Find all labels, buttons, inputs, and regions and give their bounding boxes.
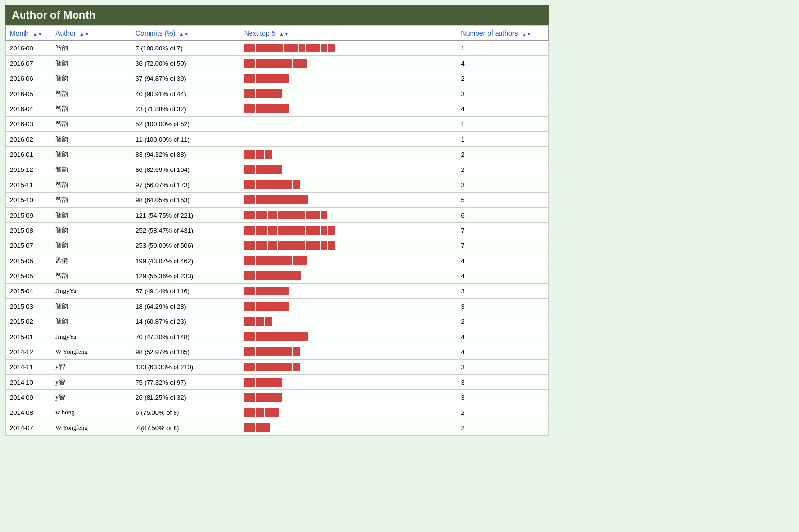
cell-nexttop5	[240, 284, 457, 299]
sort-icon-author: ▲▼	[79, 31, 89, 37]
bar-segment	[275, 74, 282, 83]
bar-segment	[299, 44, 305, 52]
table-container: Month ▲▼ Author ▲▼ Commits (%) ▲▼ Next t…	[5, 25, 549, 436]
bar-segment	[285, 180, 292, 189]
author-name: 智韵	[55, 150, 68, 159]
cell-nexttop5	[240, 101, 457, 117]
bar-segment	[256, 44, 266, 52]
bar-segment	[244, 287, 255, 295]
table-row: 2015-03智韵18 (64.29% of 28)3	[6, 299, 549, 314]
bar-segment	[244, 256, 255, 265]
bar-segment	[266, 332, 276, 341]
bar-segment	[244, 89, 255, 98]
bar-segment	[301, 195, 308, 204]
bar-segment	[266, 347, 276, 356]
cell-numauthors: 1	[457, 41, 548, 56]
col-header-commits[interactable]: Commits (%) ▲▼	[131, 26, 240, 41]
table-row: 2014-08w hong6 (75.00% of 8)2	[6, 405, 549, 420]
cell-month: 2016-05	[6, 86, 51, 101]
cell-nexttop5	[240, 117, 457, 132]
cell-author: W Yongfeng	[51, 344, 131, 360]
cell-author: 智韵	[51, 208, 131, 223]
cell-numauthors: 1	[457, 132, 548, 147]
cell-numauthors: 2	[457, 420, 548, 435]
cell-nexttop5	[240, 253, 457, 268]
bar-container	[244, 103, 453, 114]
cell-numauthors: 2	[457, 405, 548, 420]
col-header-nexttop5[interactable]: Next top 5 ▲▼	[240, 26, 457, 41]
bar-segment	[306, 241, 313, 250]
bar-segment	[244, 59, 255, 68]
cell-commits: 98 (64.05% of 153)	[131, 193, 240, 208]
table-row: 2015-06孟健199 (43.07% of 462)4	[6, 253, 549, 268]
cell-nexttop5	[240, 329, 457, 344]
cell-month: 2016-04	[6, 101, 51, 117]
bar-segment	[256, 211, 267, 219]
bar-segment	[244, 74, 255, 83]
bar-segment	[244, 195, 255, 204]
cell-author: JingyYu	[51, 329, 131, 344]
bar-segment	[285, 195, 294, 204]
col-header-numauthors[interactable]: Number of authors ▲▼	[457, 26, 548, 41]
bar-segment	[244, 363, 255, 371]
bar-segment	[266, 287, 275, 295]
cell-author: 智韵	[51, 193, 131, 208]
cell-month: 2015-12	[6, 162, 51, 177]
bar-segment	[306, 211, 313, 219]
cell-author: 智韵	[51, 147, 131, 162]
cell-numauthors: 4	[457, 56, 548, 71]
sort-icon-month: ▲▼	[33, 31, 43, 37]
author-name: 智韵	[55, 135, 68, 144]
cell-commits: 199 (43.07% of 462)	[131, 253, 240, 268]
cell-nexttop5	[240, 41, 457, 56]
bar-segment	[256, 302, 266, 311]
cell-numauthors: 4	[457, 268, 548, 284]
bar-segment	[256, 226, 267, 235]
table-row: 2016-02智韵11 (100.00% of 11)1	[6, 132, 549, 147]
author-name: 智韵	[55, 59, 68, 68]
cell-month: 2016-02	[6, 132, 51, 147]
col-header-month[interactable]: Month ▲▼	[6, 26, 51, 41]
bar-segment	[294, 195, 301, 204]
col-header-author[interactable]: Author ▲▼	[51, 26, 131, 41]
table-row: 2016-05智韵40 (90.91% of 44)3	[6, 86, 549, 101]
bar-container	[244, 225, 453, 236]
bar-container	[244, 286, 453, 296]
cell-commits: 129 (55.36% of 233)	[131, 268, 240, 284]
table-row: 2014-09y智26 (81.25% of 32)3	[6, 390, 549, 405]
bar-segment	[244, 347, 255, 356]
cell-author: 智韵	[51, 162, 131, 177]
cell-commits: 7 (100.00% of 7)	[131, 41, 240, 56]
bar-segment	[266, 104, 275, 113]
bar-segment	[266, 271, 276, 280]
cell-numauthors: 3	[457, 299, 548, 314]
cell-commits: 252 (58.47% of 431)	[131, 223, 240, 238]
bar-segment	[275, 44, 283, 52]
table-row: 2015-09智韵121 (54.75% of 221)6	[6, 208, 549, 223]
table-body: 2016-08智韵7 (100.00% of 7)12016-07智韵36 (7…	[6, 41, 549, 435]
table-row: 2015-08智韵252 (58.47% of 431)7	[6, 223, 549, 238]
cell-commits: 6 (75.00% of 8)	[131, 405, 240, 420]
cell-nexttop5	[240, 147, 457, 162]
bar-segment	[321, 211, 327, 219]
author-name: 智韵	[55, 271, 68, 280]
table-row: 2015-12智韵86 (82.69% of 104)2	[6, 162, 549, 177]
cell-numauthors: 3	[457, 390, 548, 405]
bar-container	[244, 331, 453, 342]
table-row: 2015-04JingyYu57 (49.14% of 116)3	[6, 284, 549, 299]
author-name: W Yongfeng	[55, 424, 88, 432]
author-name: 智韵	[55, 165, 68, 174]
bar-segment	[276, 180, 285, 189]
table-row: 2015-01JingyYu70 (47.30% of 148)4	[6, 329, 549, 344]
cell-commits: 86 (82.69% of 104)	[131, 162, 240, 177]
bar-segment	[285, 59, 292, 68]
cell-author: 孟健	[51, 253, 131, 268]
bar-segment	[244, 44, 255, 52]
bar-container	[244, 88, 453, 99]
bar-segment	[328, 44, 335, 52]
cell-author: 智韵	[51, 238, 131, 253]
bar-segment	[244, 378, 255, 387]
cell-month: 2016-07	[6, 56, 51, 71]
bar-segment	[282, 287, 289, 295]
author-name: y智	[55, 378, 65, 387]
